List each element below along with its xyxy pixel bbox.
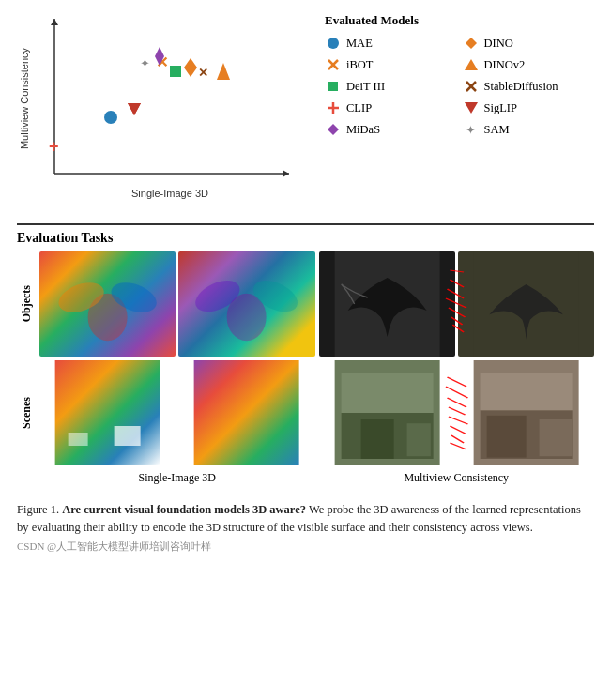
svg-marker-3 <box>51 19 58 25</box>
objects-photo-1 <box>319 251 455 357</box>
siglip-label: SigLIP <box>484 101 517 115</box>
figure-label: Figure 1. <box>17 503 59 516</box>
svg-rect-10 <box>170 66 181 77</box>
svg-marker-18 <box>466 38 477 49</box>
svg-point-17 <box>328 38 339 49</box>
eval-title: Evaluation Tasks <box>17 231 594 246</box>
svg-rect-22 <box>328 82 338 91</box>
deit-label: DeiT III <box>346 80 385 94</box>
mae-label: MAE <box>346 37 373 51</box>
svg-marker-28 <box>328 124 339 135</box>
svg-rect-46 <box>115 426 141 446</box>
svg-text:✕: ✕ <box>198 66 208 80</box>
svg-rect-58 <box>539 419 572 456</box>
scenes-photo-2 <box>458 360 594 465</box>
legend-item-deit: DeiT III <box>325 78 457 95</box>
legend-item-dino: DINO <box>463 35 595 52</box>
col-label-multiview: Multiview Consistency <box>319 471 595 485</box>
scenes-photo-1 <box>319 360 455 465</box>
ibot-icon <box>325 56 342 73</box>
svg-text:+: + <box>49 137 59 156</box>
svg-marker-21 <box>465 59 478 70</box>
midas-label: MiDaS <box>346 123 380 137</box>
legend-item-siglip: SigLIP <box>463 99 595 116</box>
svg-rect-45 <box>55 360 160 465</box>
sam-label: SAM <box>484 123 510 137</box>
figure-caption: Figure 1. Are current visual foundation … <box>17 495 594 555</box>
svg-rect-53 <box>406 423 430 456</box>
caption-bold: Are current visual foundation models 3D … <box>62 503 306 516</box>
scenes-3d-image-1 <box>39 360 176 465</box>
legend-item-sd: StableDiffusion <box>463 78 595 95</box>
legend-title: Evaluated Models <box>325 13 594 28</box>
mae-icon <box>325 35 342 52</box>
svg-marker-14 <box>128 103 141 115</box>
legend-grid: MAE DINO iBOT <box>325 35 594 138</box>
dinov2-icon <box>463 56 480 73</box>
legend-item-clip: CLIP <box>325 99 457 116</box>
objects-photo-2 <box>458 251 594 357</box>
dino-icon <box>463 35 480 52</box>
scenes-row-label: Scenes <box>17 360 36 465</box>
legend-item-midas: MiDaS <box>325 121 457 138</box>
sd-label: StableDiffusion <box>484 80 558 94</box>
svg-text:Single-Image 3D: Single-Image 3D <box>131 188 208 199</box>
clip-label: CLIP <box>346 101 372 115</box>
objects-row-label: Objects <box>17 251 36 357</box>
dinov2-label: DINOv2 <box>484 58 526 72</box>
objects-3d-image-2 <box>178 251 314 357</box>
svg-rect-56 <box>480 373 572 410</box>
legend-item-mae: MAE <box>325 35 457 52</box>
clip-icon <box>325 99 342 116</box>
eval-section: Evaluation Tasks Objects Scenes <box>17 223 594 485</box>
dino-label: DINO <box>484 37 513 51</box>
col-label-3d: Single-Image 3D <box>39 471 315 485</box>
chart-section: Multiview Consistency Single-Image 3D ✕ … <box>17 9 594 216</box>
svg-marker-2 <box>283 170 289 177</box>
siglip-icon <box>463 99 480 116</box>
legend-item-ibot: iBOT <box>325 56 457 73</box>
svg-rect-51 <box>341 373 433 413</box>
svg-point-6 <box>104 111 117 124</box>
legend-item-sam: ✦ SAM <box>463 121 595 138</box>
legend-panel: Evaluated Models MAE DINO <box>308 9 594 138</box>
scatter-svg: Multiview Consistency Single-Image 3D ✕ … <box>17 9 308 216</box>
sd-icon <box>463 78 480 95</box>
ibot-label: iBOT <box>346 58 373 72</box>
midas-icon <box>325 121 342 138</box>
legend-item-dinov2: DINOv2 <box>463 56 595 73</box>
svg-text:✦: ✦ <box>140 56 150 70</box>
svg-rect-48 <box>194 360 299 465</box>
svg-marker-9 <box>217 63 230 80</box>
scenes-3d-image-2 <box>178 360 314 465</box>
objects-3d-image-1 <box>39 251 176 357</box>
svg-marker-7 <box>184 58 197 77</box>
svg-rect-47 <box>69 433 88 446</box>
svg-marker-27 <box>465 102 478 114</box>
svg-rect-57 <box>486 416 526 458</box>
sam-icon: ✦ <box>463 121 480 138</box>
svg-text:✦: ✦ <box>466 123 476 137</box>
deit-icon <box>325 78 342 95</box>
scatter-plot: Multiview Consistency Single-Image 3D ✕ … <box>17 9 308 216</box>
svg-rect-52 <box>360 419 393 459</box>
svg-text:Multiview Consistency: Multiview Consistency <box>19 47 30 149</box>
watermark-text: CSDN @人工智能大模型讲师培训咨询叶样 <box>17 540 211 552</box>
